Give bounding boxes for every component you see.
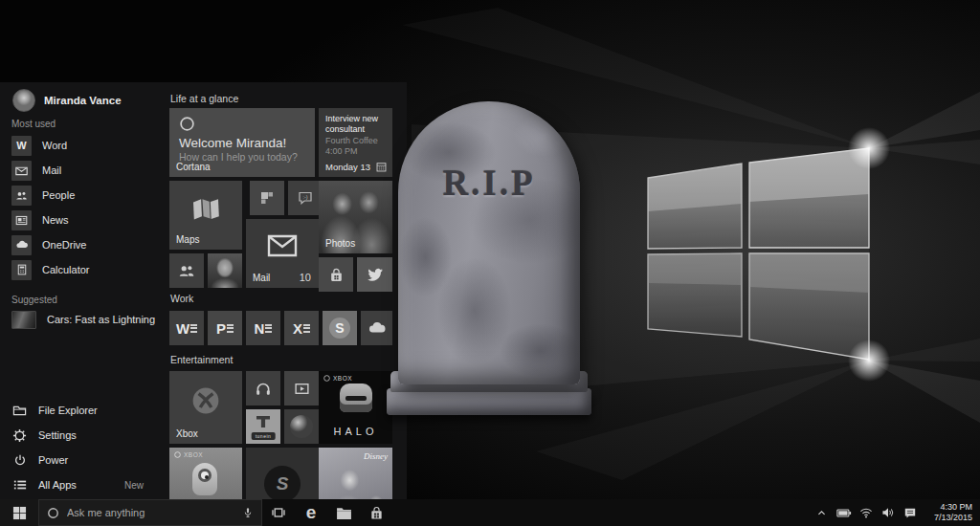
cortana-icon [47,507,59,519]
cortana-greeting: Welcome Miranda! [179,136,305,150]
minion-character [192,463,217,495]
tile-cortana[interactable]: Welcome Miranda! How can I help you toda… [169,108,315,177]
halo-helmet-icon [340,384,372,412]
wifi-icon[interactable] [855,499,877,526]
onedrive-icon [11,235,32,255]
tile-skype[interactable]: S [323,311,357,345]
calendar-location: Fourth Coffee [325,136,386,146]
sidebar-item-people[interactable]: People [0,184,163,207]
desktop: R.I.P Miranda Vance Most used W Word Mai… [0,0,980,526]
tile-frozen[interactable]: Disney [319,448,392,499]
disney-logo: Disney [364,451,388,461]
tile-minions-game[interactable]: XBOX [169,448,242,499]
start-menu-left-column: Miranda Vance Most used W Word Mail Peop… [0,82,163,499]
excel-tile-icon: X [284,311,319,345]
tile-powerpoint[interactable]: P [208,311,242,345]
tile-messaging[interactable]: :-) [288,181,323,215]
sidebar-item-all-apps[interactable]: All Apps New [0,473,163,496]
start-button[interactable] [0,499,38,526]
headphones-icon [246,371,280,405]
tile-halo[interactable]: XBOX HALO [319,371,392,444]
avatar [12,89,35,112]
folder-icon [11,403,28,419]
search-box[interactable] [38,499,262,526]
tile-contact-photo[interactable] [208,253,242,288]
cortana-ring-icon [179,116,195,132]
file-explorer-icon[interactable] [327,499,360,526]
cortana-app-name: Cortana [176,162,211,172]
tile-xbox[interactable]: Xbox [169,371,242,444]
search-input[interactable] [67,507,234,518]
store-icon [319,257,353,292]
tombstone-rip-text: R.I.P [398,163,580,204]
action-center-icon[interactable] [899,499,921,526]
tunein-label: tunein [252,432,276,440]
tile-flipboard[interactable] [250,181,284,215]
sidebar-item-calculator[interactable]: Calculator [0,258,163,281]
tombstone-base [387,388,591,415]
taskbar: e 4:30 PM 7/13/2015 [0,499,980,526]
xbox-label: Xbox [176,428,198,439]
xbox-logo-icon [169,371,242,430]
tray-clock[interactable]: 4:30 PM 7/13/2015 [921,502,980,524]
tile-excel[interactable]: X [284,311,319,345]
calendar-date: Monday 13 [325,162,370,172]
tile-store[interactable] [319,257,353,292]
edge-icon[interactable]: e [295,499,327,526]
tile-tunein[interactable]: tunein [246,409,280,444]
group-label-work: Work [170,293,193,304]
most-used-header: Most used [11,119,56,129]
tunein-logo [256,416,270,427]
microphone-icon[interactable] [242,506,254,519]
user-account[interactable]: Miranda Vance [12,89,122,112]
word-icon: W [11,136,32,156]
sidebar-item-settings[interactable]: Settings [0,424,163,447]
suggested-header: Suggested [11,295,57,305]
tile-word[interactable]: W [169,311,204,345]
user-name: Miranda Vance [44,95,122,106]
sidebar-item-power[interactable]: Power [0,449,163,471]
mail-icon [11,161,32,181]
tile-globe[interactable] [284,409,319,444]
suggested-app-thumbnail [11,311,36,329]
people-icon [11,186,32,206]
sidebar-item-news[interactable]: News [0,208,163,231]
sidebar-item-word[interactable]: W Word [0,134,163,157]
maps-label: Maps [176,234,199,245]
task-view-button[interactable] [262,499,295,526]
tile-mail[interactable]: Mail 10 [246,219,319,288]
volume-icon[interactable] [877,499,899,526]
store-taskbar-icon[interactable] [360,499,392,526]
clock-date: 7/13/2015 [921,513,972,523]
tile-shazam[interactable]: S [246,448,319,499]
tile-groove-music[interactable] [246,371,280,405]
globe-icon [284,409,319,444]
sidebar-item-suggested-app[interactable]: Cars: Fast as Lightning [0,308,163,331]
tile-photos[interactable]: Photos [319,181,392,253]
sidebar-item-file-explorer[interactable]: File Explorer [0,399,163,422]
news-icon [11,210,32,230]
tile-people[interactable] [169,253,204,288]
sidebar-item-onedrive[interactable]: OneDrive [0,233,163,256]
tile-onenote[interactable]: N [246,311,280,345]
mail-unread-count: 10 [300,272,311,283]
sidebar-item-mail[interactable]: Mail [0,159,163,182]
tile-maps[interactable]: Maps [169,181,242,250]
calculator-icon [11,260,32,280]
tile-movies-tv[interactable] [284,371,319,405]
power-icon [11,452,28,469]
messaging-icon: :-) [288,181,323,215]
windows-logo-icon [12,506,27,520]
people-tile-icon [169,253,204,288]
mail-tile-label: Mail [253,273,270,283]
mail-tile-icon [246,219,319,273]
word-tile-icon: W [169,311,204,345]
tile-calendar[interactable]: Interview new consultant Fourth Coffee 4… [319,108,392,177]
halo-title: HALO [319,426,392,437]
photos-label: Photos [325,238,355,249]
tray-expand-chevron-icon[interactable] [811,499,833,526]
battery-icon[interactable] [833,499,855,526]
gear-icon [11,427,28,444]
maps-icon [169,181,242,236]
powerpoint-tile-icon: P [208,311,242,345]
